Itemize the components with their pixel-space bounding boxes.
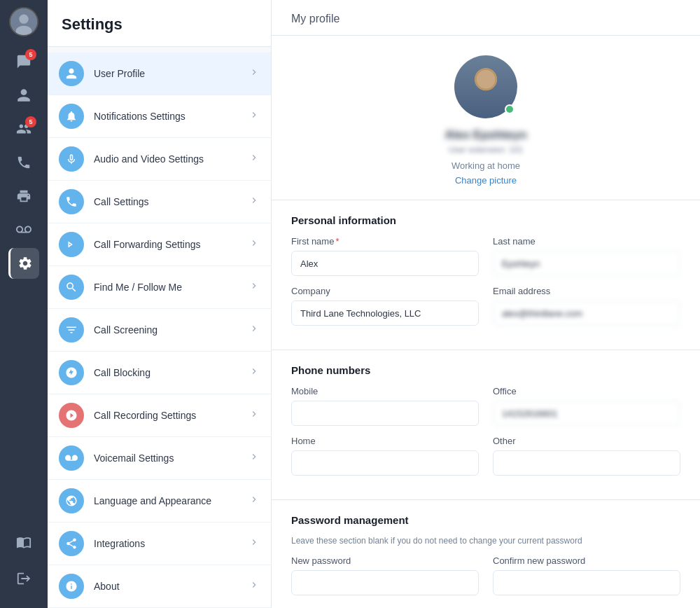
messages-badge: 5 bbox=[25, 49, 36, 60]
call-recording-label: Call Recording Settings bbox=[94, 410, 248, 421]
about-icon bbox=[59, 574, 84, 599]
profile-status-indicator bbox=[505, 104, 514, 114]
call-blocking-label: Call Blocking bbox=[94, 367, 248, 378]
password-title: Password management bbox=[291, 514, 680, 526]
voicemail-settings-icon bbox=[59, 445, 84, 471]
audio-video-icon bbox=[59, 146, 84, 172]
user-avatar[interactable] bbox=[9, 7, 38, 36]
phone-numbers-section: Phone numbers Mobile Office Home Other bbox=[272, 350, 700, 500]
settings-item-call-settings[interactable]: Call Settings bbox=[48, 181, 271, 223]
chevron-icon bbox=[248, 366, 260, 380]
chevron-icon bbox=[248, 537, 260, 551]
profile-avatar-wrap bbox=[454, 55, 517, 118]
calls-badge: 5 bbox=[25, 116, 36, 127]
confirm-password-label: Confirm new password bbox=[493, 555, 680, 566]
call-screening-icon bbox=[59, 317, 84, 343]
nav-settings[interactable] bbox=[8, 248, 39, 279]
password-hint: Leave these section blank if you do not … bbox=[291, 536, 680, 546]
voicemail-label: Voicemail Settings bbox=[94, 452, 248, 464]
nav-voicemail[interactable] bbox=[8, 214, 39, 245]
password-row: New password Confirm new password bbox=[291, 555, 680, 595]
confirm-password-group: Confirm new password bbox=[493, 555, 680, 595]
call-blocking-icon bbox=[59, 360, 84, 385]
company-label: Company bbox=[291, 286, 479, 296]
integrations-icon bbox=[59, 531, 84, 556]
settings-item-call-screening[interactable]: Call Screening bbox=[48, 309, 271, 352]
settings-item-language[interactable]: Language and Appearance bbox=[48, 480, 271, 523]
other-group: Other bbox=[493, 436, 680, 476]
company-group: Company bbox=[291, 286, 479, 326]
phone-numbers-title: Phone numbers bbox=[291, 364, 680, 376]
settings-item-audio-video[interactable]: Audio and Video Settings bbox=[48, 138, 271, 181]
call-settings-label: Call Settings bbox=[94, 196, 248, 207]
settings-item-integrations[interactable]: Integrations bbox=[48, 523, 271, 565]
language-label: Language and Appearance bbox=[94, 495, 248, 506]
main-content: My profile Alex Epshteyn User extension:… bbox=[272, 0, 700, 608]
settings-item-notifications[interactable]: Notifications Settings bbox=[48, 95, 271, 138]
first-name-group: First name* bbox=[291, 236, 479, 276]
home-input[interactable] bbox=[291, 450, 479, 476]
settings-item-user-profile[interactable]: User Profile bbox=[48, 53, 271, 95]
email-input[interactable] bbox=[493, 300, 680, 326]
last-name-label: Last name bbox=[493, 236, 680, 247]
home-group: Home bbox=[291, 436, 479, 476]
company-email-row: Company Email address bbox=[291, 286, 680, 326]
call-forwarding-label: Call Forwarding Settings bbox=[94, 239, 248, 250]
profile-section: Alex Epshteyn User extension: 101 Workin… bbox=[272, 36, 700, 200]
settings-item-call-blocking[interactable]: Call Blocking bbox=[48, 352, 271, 394]
notifications-label: Notifications Settings bbox=[94, 111, 248, 122]
call-settings-icon bbox=[59, 189, 84, 214]
nav-fax[interactable] bbox=[8, 181, 39, 212]
call-forwarding-icon bbox=[59, 232, 84, 257]
nav-library[interactable] bbox=[8, 527, 39, 558]
settings-title: Settings bbox=[48, 0, 271, 47]
first-name-label: First name* bbox=[291, 236, 479, 247]
settings-item-find-follow[interactable]: Find Me / Follow Me bbox=[48, 266, 271, 309]
profile-status-text: Working at home bbox=[451, 160, 520, 171]
first-name-input[interactable] bbox=[291, 251, 479, 276]
new-password-input[interactable] bbox=[291, 570, 479, 595]
email-label: Email address bbox=[493, 286, 680, 296]
name-row: First name* Last name bbox=[291, 236, 680, 276]
last-name-input[interactable] bbox=[493, 251, 680, 276]
profile-name: Alex Epshteyn bbox=[444, 128, 526, 142]
profile-extension: User extension: 101 bbox=[449, 145, 524, 155]
mobile-input[interactable] bbox=[291, 401, 479, 426]
user-profile-icon bbox=[59, 61, 84, 86]
about-label: About bbox=[94, 581, 248, 592]
chevron-icon bbox=[248, 152, 260, 166]
company-input[interactable] bbox=[291, 300, 479, 326]
chevron-icon bbox=[248, 579, 260, 593]
chevron-icon bbox=[248, 408, 260, 422]
settings-item-call-recording[interactable]: Call Recording Settings bbox=[48, 394, 271, 437]
svg-point-1 bbox=[19, 15, 28, 24]
settings-item-call-forwarding[interactable]: Call Forwarding Settings bbox=[48, 223, 271, 266]
nav-calls[interactable]: 5 bbox=[8, 113, 39, 144]
new-password-label: New password bbox=[291, 555, 479, 566]
other-input[interactable] bbox=[493, 450, 680, 476]
settings-item-voicemail[interactable]: Voicemail Settings bbox=[48, 437, 271, 480]
chevron-icon bbox=[248, 451, 260, 465]
home-other-row: Home Other bbox=[291, 436, 680, 476]
confirm-password-input[interactable] bbox=[493, 570, 680, 595]
office-group: Office bbox=[493, 386, 680, 426]
nav-messages[interactable]: 5 bbox=[8, 46, 39, 77]
language-icon bbox=[59, 488, 84, 513]
nav-contacts[interactable] bbox=[8, 80, 39, 111]
change-picture-link[interactable]: Change picture bbox=[455, 175, 517, 186]
settings-panel: Settings User Profile Notifications Sett… bbox=[48, 0, 272, 608]
chevron-icon bbox=[248, 494, 260, 508]
email-group: Email address bbox=[493, 286, 680, 326]
user-profile-label: User Profile bbox=[94, 68, 248, 79]
chevron-icon bbox=[248, 67, 260, 81]
mobile-group: Mobile bbox=[291, 386, 479, 426]
home-label: Home bbox=[291, 436, 479, 446]
office-input[interactable] bbox=[493, 401, 680, 426]
chevron-icon bbox=[248, 237, 260, 251]
nav-bar: 5 5 bbox=[0, 0, 48, 608]
nav-logout[interactable] bbox=[8, 563, 39, 594]
settings-item-about[interactable]: About bbox=[48, 565, 271, 608]
nav-phone[interactable] bbox=[8, 147, 39, 178]
chevron-icon bbox=[248, 195, 260, 209]
find-follow-label: Find Me / Follow Me bbox=[94, 282, 248, 293]
